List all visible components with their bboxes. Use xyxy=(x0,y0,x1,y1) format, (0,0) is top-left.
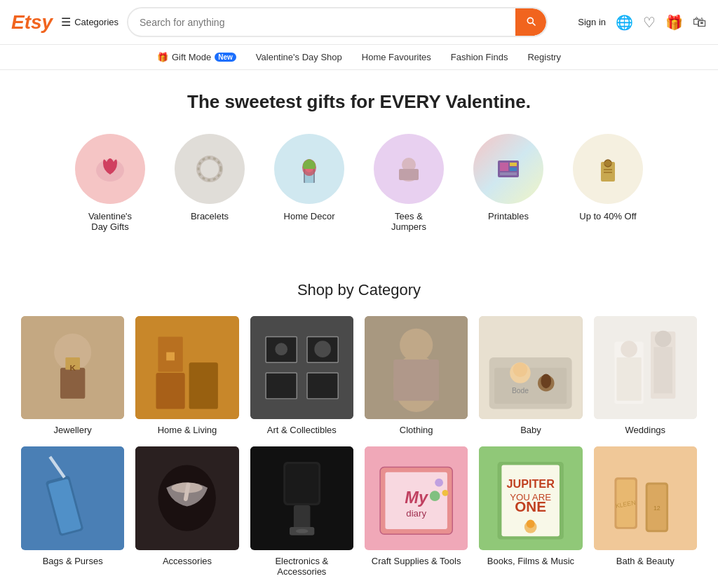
svg-rect-13 xyxy=(510,167,517,171)
svg-rect-41 xyxy=(393,360,439,401)
books-label: Books, Films & Music xyxy=(479,556,582,566)
category-card-baby[interactable]: Bode Baby xyxy=(479,316,582,435)
bath-beauty-label: Bath & Beauty xyxy=(594,556,697,566)
search-input[interactable] xyxy=(128,10,515,35)
featured-circles: Valentine'sDay Gifts Bracelets xyxy=(14,134,704,253)
category-card-electronics[interactable]: Electronics & Accessories xyxy=(250,446,353,576)
svg-rect-31 xyxy=(250,316,353,419)
art-collectibles-img xyxy=(250,316,353,419)
hero-section: The sweetest gifts for EVERY Valentine. … xyxy=(0,70,718,267)
svg-text:12: 12 xyxy=(653,505,661,512)
circle-home-decor-label: Home Decor xyxy=(284,211,335,221)
weddings-label: Weddings xyxy=(594,425,697,435)
svg-point-46 xyxy=(513,362,528,377)
jewellery-img: K xyxy=(21,316,124,419)
new-badge: New xyxy=(215,53,236,62)
svg-rect-11 xyxy=(500,163,508,171)
gift-mode-label: Gift Mode xyxy=(172,52,211,62)
search-icon xyxy=(525,15,536,27)
svg-point-52 xyxy=(655,331,672,348)
home-living-label: Home & Living xyxy=(135,425,238,435)
circle-valentines-img xyxy=(75,134,145,204)
circle-valentines-day-gifts[interactable]: Valentine'sDay Gifts xyxy=(72,134,149,232)
circle-up-to-40-off[interactable]: Up to 40% Off xyxy=(569,134,646,232)
search-button[interactable] xyxy=(515,8,546,36)
svg-text:diary: diary xyxy=(406,509,426,519)
category-card-bath-beauty[interactable]: KLEEN 12 Bath & Beauty xyxy=(594,446,697,576)
shop-by-category-section: Shop by Category K Jewellery xyxy=(0,267,718,588)
svg-rect-34 xyxy=(266,373,297,399)
cart-icon[interactable]: 🛍 xyxy=(693,14,707,30)
header-actions: Sign in 🌐 ♡ 🎁 🛍 xyxy=(578,14,707,31)
sign-in-button[interactable]: Sign in xyxy=(578,17,606,27)
header: Etsy ☰ Categories Sign in 🌐 ♡ 🎁 🛍 xyxy=(0,0,718,45)
hero-title: The sweetest gifts for EVERY Valentine. xyxy=(14,91,704,113)
circle-printables[interactable]: Printables xyxy=(470,134,547,232)
svg-rect-19 xyxy=(604,169,612,170)
category-card-accessories[interactable]: Accessories xyxy=(135,446,238,576)
svg-rect-28 xyxy=(189,362,218,409)
jewellery-label: Jewellery xyxy=(21,425,124,435)
svg-point-86 xyxy=(527,520,535,528)
category-card-jewellery[interactable]: K Jewellery xyxy=(21,316,124,435)
category-card-bags-purses[interactable]: Bags & Purses xyxy=(21,446,124,576)
circle-bracelets-img xyxy=(175,134,245,204)
gift-icon[interactable]: 🎁 xyxy=(665,14,683,31)
nav-item-registry[interactable]: Registry xyxy=(527,52,561,62)
category-card-art-collectibles[interactable]: Art & Collectibles xyxy=(250,316,353,435)
etsy-logo[interactable]: Etsy xyxy=(11,11,53,34)
wishlist-icon[interactable]: ♡ xyxy=(643,14,656,31)
nav-item-valentines-day[interactable]: Valentine's Day Shop xyxy=(256,52,342,62)
category-card-weddings[interactable]: Weddings xyxy=(594,316,697,435)
circle-home-decor-img xyxy=(274,134,344,204)
nav-item-gift-mode[interactable]: 🎁 Gift Mode New xyxy=(157,52,236,62)
category-grid-row-1: K Jewellery Home & Living xyxy=(21,316,697,435)
nav-item-home-favourites[interactable]: Home Favourites xyxy=(362,52,431,62)
svg-rect-23 xyxy=(60,368,85,399)
circle-printables-label: Printables xyxy=(488,211,529,221)
category-card-books-films-music[interactable]: JUPITER YOU ARE ONE Books, Films & Music xyxy=(479,446,582,576)
svg-rect-26 xyxy=(135,316,238,419)
svg-point-55 xyxy=(621,341,637,357)
svg-point-78 xyxy=(430,491,440,502)
category-card-craft-supplies[interactable]: My diary Craft Supplies & Tools xyxy=(365,446,468,576)
electronics-img xyxy=(250,446,353,549)
circle-valentines-label: Valentine'sDay Gifts xyxy=(88,211,132,232)
circle-tees-label: Tees &Jumpers xyxy=(391,211,426,232)
category-grid-row-2: Bags & Purses Accessories xyxy=(21,446,697,576)
circle-bracelets[interactable]: Bracelets xyxy=(171,134,248,232)
circle-home-decor[interactable]: Home Decor xyxy=(271,134,348,232)
search-bar xyxy=(127,7,548,37)
category-card-home-living[interactable]: Home & Living xyxy=(135,316,238,435)
category-card-clothing[interactable]: Clothing xyxy=(365,316,468,435)
globe-icon[interactable]: 🌐 xyxy=(616,14,633,31)
circle-tees-jumpers[interactable]: Tees &Jumpers xyxy=(370,134,447,232)
svg-rect-67 xyxy=(285,464,318,503)
clothing-label: Clothing xyxy=(365,425,468,435)
clothing-img xyxy=(365,316,468,419)
svg-text:K: K xyxy=(69,363,76,372)
svg-point-17 xyxy=(604,162,607,165)
svg-point-1 xyxy=(198,158,221,180)
nav-item-fashion-finds[interactable]: Fashion Finds xyxy=(451,52,508,62)
svg-rect-12 xyxy=(510,163,517,166)
circle-discount-label: Up to 40% Off xyxy=(579,211,636,221)
svg-rect-35 xyxy=(307,373,338,399)
categories-button[interactable]: ☰ Categories xyxy=(61,15,118,29)
svg-point-77 xyxy=(442,490,448,496)
svg-rect-56 xyxy=(616,357,641,401)
hamburger-icon: ☰ xyxy=(61,15,71,29)
circle-printables-img xyxy=(473,134,543,204)
accessories-label: Accessories xyxy=(135,556,238,566)
bath-beauty-img: KLEEN 12 xyxy=(594,446,697,549)
navigation-bar: 🎁 Gift Mode New Valentine's Day Shop Hom… xyxy=(0,45,718,70)
svg-text:My: My xyxy=(405,488,429,507)
svg-point-18 xyxy=(609,162,612,165)
svg-rect-14 xyxy=(500,172,517,175)
accessories-img xyxy=(135,446,238,549)
svg-point-70 xyxy=(295,529,308,533)
svg-rect-9 xyxy=(399,169,419,180)
baby-label: Baby xyxy=(479,425,582,435)
books-img: JUPITER YOU ARE ONE xyxy=(479,446,582,549)
electronics-label: Electronics & Accessories xyxy=(250,556,353,577)
